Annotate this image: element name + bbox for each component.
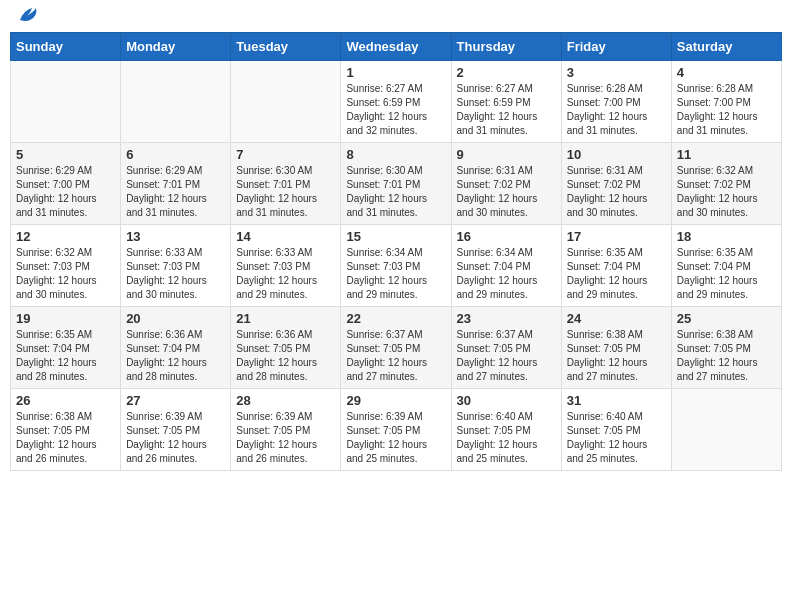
day-info: Sunrise: 6:27 AM Sunset: 6:59 PM Dayligh… [346,82,445,138]
calendar-cell: 28Sunrise: 6:39 AM Sunset: 7:05 PM Dayli… [231,389,341,471]
calendar-cell: 24Sunrise: 6:38 AM Sunset: 7:05 PM Dayli… [561,307,671,389]
calendar-cell: 6Sunrise: 6:29 AM Sunset: 7:01 PM Daylig… [121,143,231,225]
day-info: Sunrise: 6:35 AM Sunset: 7:04 PM Dayligh… [567,246,666,302]
calendar-cell: 7Sunrise: 6:30 AM Sunset: 7:01 PM Daylig… [231,143,341,225]
day-info: Sunrise: 6:30 AM Sunset: 7:01 PM Dayligh… [236,164,335,220]
day-info: Sunrise: 6:37 AM Sunset: 7:05 PM Dayligh… [346,328,445,384]
day-number: 15 [346,229,445,244]
calendar-cell [671,389,781,471]
day-info: Sunrise: 6:31 AM Sunset: 7:02 PM Dayligh… [457,164,556,220]
day-info: Sunrise: 6:33 AM Sunset: 7:03 PM Dayligh… [236,246,335,302]
day-number: 8 [346,147,445,162]
bird-icon [16,6,38,24]
day-number: 14 [236,229,335,244]
calendar-cell: 29Sunrise: 6:39 AM Sunset: 7:05 PM Dayli… [341,389,451,471]
day-info: Sunrise: 6:39 AM Sunset: 7:05 PM Dayligh… [236,410,335,466]
calendar-cell: 2Sunrise: 6:27 AM Sunset: 6:59 PM Daylig… [451,61,561,143]
day-number: 7 [236,147,335,162]
day-number: 1 [346,65,445,80]
day-number: 30 [457,393,556,408]
day-info: Sunrise: 6:30 AM Sunset: 7:01 PM Dayligh… [346,164,445,220]
day-info: Sunrise: 6:35 AM Sunset: 7:04 PM Dayligh… [677,246,776,302]
day-number: 31 [567,393,666,408]
day-info: Sunrise: 6:38 AM Sunset: 7:05 PM Dayligh… [567,328,666,384]
calendar-week-row: 19Sunrise: 6:35 AM Sunset: 7:04 PM Dayli… [11,307,782,389]
day-info: Sunrise: 6:34 AM Sunset: 7:03 PM Dayligh… [346,246,445,302]
day-info: Sunrise: 6:35 AM Sunset: 7:04 PM Dayligh… [16,328,115,384]
day-info: Sunrise: 6:37 AM Sunset: 7:05 PM Dayligh… [457,328,556,384]
weekday-header-row: SundayMondayTuesdayWednesdayThursdayFrid… [11,33,782,61]
day-number: 3 [567,65,666,80]
day-number: 10 [567,147,666,162]
day-number: 4 [677,65,776,80]
calendar-cell: 14Sunrise: 6:33 AM Sunset: 7:03 PM Dayli… [231,225,341,307]
calendar-cell: 18Sunrise: 6:35 AM Sunset: 7:04 PM Dayli… [671,225,781,307]
calendar-cell: 20Sunrise: 6:36 AM Sunset: 7:04 PM Dayli… [121,307,231,389]
day-info: Sunrise: 6:31 AM Sunset: 7:02 PM Dayligh… [567,164,666,220]
calendar-cell: 5Sunrise: 6:29 AM Sunset: 7:00 PM Daylig… [11,143,121,225]
day-number: 24 [567,311,666,326]
calendar-cell: 25Sunrise: 6:38 AM Sunset: 7:05 PM Dayli… [671,307,781,389]
day-info: Sunrise: 6:28 AM Sunset: 7:00 PM Dayligh… [567,82,666,138]
day-number: 17 [567,229,666,244]
calendar-cell: 9Sunrise: 6:31 AM Sunset: 7:02 PM Daylig… [451,143,561,225]
calendar-cell: 1Sunrise: 6:27 AM Sunset: 6:59 PM Daylig… [341,61,451,143]
day-number: 16 [457,229,556,244]
day-number: 5 [16,147,115,162]
calendar-cell: 31Sunrise: 6:40 AM Sunset: 7:05 PM Dayli… [561,389,671,471]
day-info: Sunrise: 6:33 AM Sunset: 7:03 PM Dayligh… [126,246,225,302]
calendar-cell: 8Sunrise: 6:30 AM Sunset: 7:01 PM Daylig… [341,143,451,225]
day-info: Sunrise: 6:39 AM Sunset: 7:05 PM Dayligh… [346,410,445,466]
day-info: Sunrise: 6:38 AM Sunset: 7:05 PM Dayligh… [16,410,115,466]
day-info: Sunrise: 6:34 AM Sunset: 7:04 PM Dayligh… [457,246,556,302]
calendar-cell: 11Sunrise: 6:32 AM Sunset: 7:02 PM Dayli… [671,143,781,225]
day-info: Sunrise: 6:32 AM Sunset: 7:03 PM Dayligh… [16,246,115,302]
day-info: Sunrise: 6:29 AM Sunset: 7:01 PM Dayligh… [126,164,225,220]
day-number: 22 [346,311,445,326]
calendar-cell: 4Sunrise: 6:28 AM Sunset: 7:00 PM Daylig… [671,61,781,143]
weekday-header-thursday: Thursday [451,33,561,61]
day-number: 21 [236,311,335,326]
day-info: Sunrise: 6:36 AM Sunset: 7:04 PM Dayligh… [126,328,225,384]
weekday-header-saturday: Saturday [671,33,781,61]
weekday-header-wednesday: Wednesday [341,33,451,61]
logo [14,10,38,24]
calendar-cell: 13Sunrise: 6:33 AM Sunset: 7:03 PM Dayli… [121,225,231,307]
calendar-week-row: 1Sunrise: 6:27 AM Sunset: 6:59 PM Daylig… [11,61,782,143]
day-number: 9 [457,147,556,162]
day-number: 28 [236,393,335,408]
day-number: 18 [677,229,776,244]
day-number: 2 [457,65,556,80]
calendar-table: SundayMondayTuesdayWednesdayThursdayFrid… [10,32,782,471]
calendar-cell: 30Sunrise: 6:40 AM Sunset: 7:05 PM Dayli… [451,389,561,471]
day-number: 13 [126,229,225,244]
day-number: 6 [126,147,225,162]
calendar-cell [121,61,231,143]
calendar-cell: 27Sunrise: 6:39 AM Sunset: 7:05 PM Dayli… [121,389,231,471]
page-header [10,10,782,24]
calendar-cell: 17Sunrise: 6:35 AM Sunset: 7:04 PM Dayli… [561,225,671,307]
day-info: Sunrise: 6:27 AM Sunset: 6:59 PM Dayligh… [457,82,556,138]
day-number: 29 [346,393,445,408]
calendar-cell: 26Sunrise: 6:38 AM Sunset: 7:05 PM Dayli… [11,389,121,471]
weekday-header-sunday: Sunday [11,33,121,61]
calendar-cell: 21Sunrise: 6:36 AM Sunset: 7:05 PM Dayli… [231,307,341,389]
day-info: Sunrise: 6:29 AM Sunset: 7:00 PM Dayligh… [16,164,115,220]
calendar-cell: 12Sunrise: 6:32 AM Sunset: 7:03 PM Dayli… [11,225,121,307]
calendar-week-row: 26Sunrise: 6:38 AM Sunset: 7:05 PM Dayli… [11,389,782,471]
calendar-week-row: 12Sunrise: 6:32 AM Sunset: 7:03 PM Dayli… [11,225,782,307]
day-number: 11 [677,147,776,162]
calendar-cell: 22Sunrise: 6:37 AM Sunset: 7:05 PM Dayli… [341,307,451,389]
day-number: 20 [126,311,225,326]
day-info: Sunrise: 6:28 AM Sunset: 7:00 PM Dayligh… [677,82,776,138]
calendar-cell [11,61,121,143]
day-number: 19 [16,311,115,326]
calendar-cell: 3Sunrise: 6:28 AM Sunset: 7:00 PM Daylig… [561,61,671,143]
calendar-cell: 16Sunrise: 6:34 AM Sunset: 7:04 PM Dayli… [451,225,561,307]
calendar-cell: 10Sunrise: 6:31 AM Sunset: 7:02 PM Dayli… [561,143,671,225]
weekday-header-friday: Friday [561,33,671,61]
day-number: 26 [16,393,115,408]
day-info: Sunrise: 6:40 AM Sunset: 7:05 PM Dayligh… [567,410,666,466]
day-number: 12 [16,229,115,244]
day-number: 25 [677,311,776,326]
